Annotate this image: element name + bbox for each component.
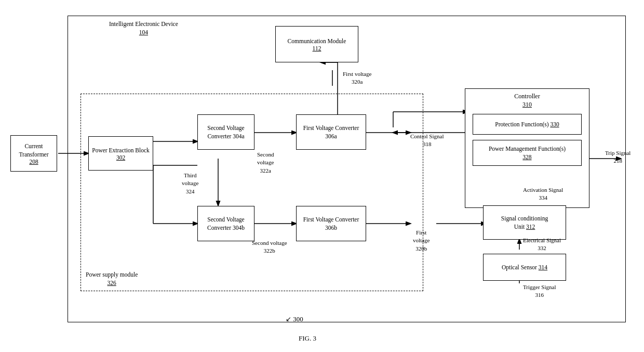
fig-label: FIG. 3 xyxy=(299,334,316,343)
second-voltage-322b-label: Second voltage322b xyxy=(252,239,287,255)
control-signal-label: Control Signal318 xyxy=(410,133,444,149)
first-voltage-320b-label: Firstvoltage320b xyxy=(413,229,430,253)
power-extraction-block: Power Extraction Block 302 xyxy=(88,136,153,171)
second-voltage-converter-b: Second VoltageConverter 304b xyxy=(197,206,254,241)
signal-conditioning-unit: Signal conditioningUnit 312 xyxy=(483,205,566,240)
diagram-ref-label: ↙ 300 xyxy=(286,315,303,324)
protection-functions: Protection Function(s) 330 xyxy=(473,114,582,135)
first-voltage-converter-a: First Voltage Converter306a xyxy=(296,114,366,150)
power-management: Power Management Function(s)328 xyxy=(473,140,582,166)
activation-signal-label: Activation Signal334 xyxy=(523,186,563,202)
ied-label: Intelligent Electronic Device 104 xyxy=(109,20,178,36)
optical-sensor: Optical Sensor 314 xyxy=(483,254,566,281)
electrical-signal-label: Electrical Signal332 xyxy=(523,237,561,253)
first-voltage-converter-b: First Voltage Converter306b xyxy=(296,206,366,241)
second-voltage-converter-a: Second VoltageConverter 304a xyxy=(197,114,254,150)
first-voltage-320a-label: First voltage320a xyxy=(343,70,371,86)
power-supply-label: Power supply module 326 xyxy=(86,270,138,287)
diagram: Intelligent Electronic Device 104 Power … xyxy=(0,0,644,352)
current-transformer: Current Transformer 208 xyxy=(10,135,57,172)
second-voltage-322a-label: Secondvoltage322a xyxy=(257,151,274,175)
communication-module: Communication Module 112 xyxy=(275,26,358,62)
trigger-signal-label: Trigger Signal316 xyxy=(523,283,556,299)
third-voltage-324-label: Thirdvoltage324 xyxy=(182,172,198,195)
trip-signal-label: Trip Signal218 xyxy=(605,149,630,165)
